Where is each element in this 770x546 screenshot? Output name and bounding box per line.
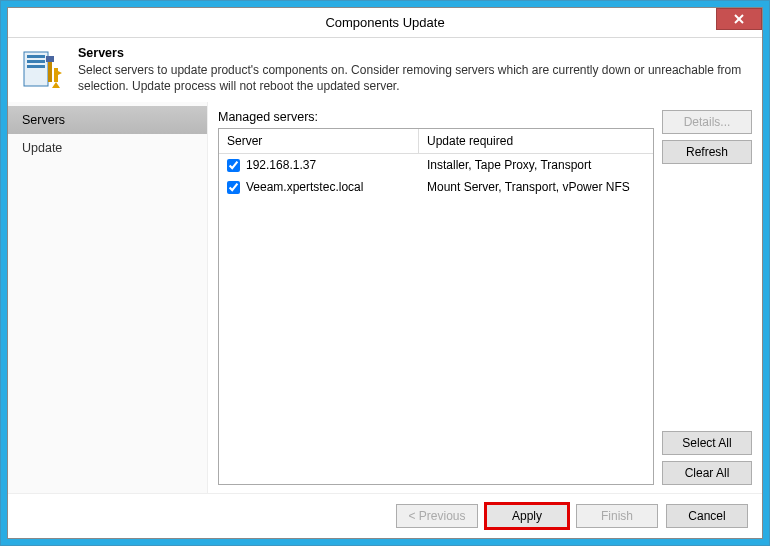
header-description: Select servers to update product's compo…	[78, 62, 750, 94]
svg-rect-3	[27, 55, 45, 58]
update-required: Installer, Tape Proxy, Transport	[419, 156, 653, 174]
column-update[interactable]: Update required	[419, 129, 653, 153]
table-row[interactable]: Veeam.xpertstec.local Mount Server, Tran…	[219, 176, 653, 198]
clear-all-button[interactable]: Clear All	[662, 461, 752, 485]
sidebar-item-servers[interactable]: Servers	[8, 106, 207, 134]
footer: < Previous Apply Finish Cancel	[8, 493, 762, 538]
sidebar-item-update[interactable]: Update	[8, 134, 207, 162]
server-name: Veeam.xpertstec.local	[246, 180, 363, 194]
managed-servers-label: Managed servers:	[218, 110, 654, 124]
update-required: Mount Server, Transport, vPower NFS	[419, 178, 653, 196]
details-button[interactable]: Details...	[662, 110, 752, 134]
apply-button[interactable]: Apply	[486, 504, 568, 528]
row-checkbox[interactable]	[227, 181, 240, 194]
table-row[interactable]: 192.168.1.37 Installer, Tape Proxy, Tran…	[219, 154, 653, 176]
svg-rect-6	[48, 60, 52, 82]
servers-table: Server Update required 192.168.1.37 Inst…	[218, 128, 654, 485]
server-name: 192.168.1.37	[246, 158, 316, 172]
svg-rect-5	[27, 65, 45, 68]
refresh-button[interactable]: Refresh	[662, 140, 752, 164]
svg-rect-4	[27, 60, 45, 63]
titlebar: Components Update	[8, 8, 762, 38]
header-title: Servers	[78, 46, 750, 60]
column-server[interactable]: Server	[219, 129, 419, 153]
sidebar-nav: Servers Update	[8, 102, 208, 493]
header: Servers Select servers to update product…	[8, 38, 762, 102]
table-header: Server Update required	[219, 129, 653, 154]
dialog-window: Components Update	[7, 7, 763, 539]
svg-rect-8	[54, 68, 58, 82]
select-all-button[interactable]: Select All	[662, 431, 752, 455]
svg-rect-7	[46, 56, 54, 62]
servers-icon	[20, 46, 66, 92]
close-button[interactable]	[716, 8, 762, 30]
window-title: Components Update	[8, 15, 762, 30]
cancel-button[interactable]: Cancel	[666, 504, 748, 528]
finish-button[interactable]: Finish	[576, 504, 658, 528]
row-checkbox[interactable]	[227, 159, 240, 172]
previous-button[interactable]: < Previous	[396, 504, 478, 528]
close-icon	[733, 13, 745, 25]
